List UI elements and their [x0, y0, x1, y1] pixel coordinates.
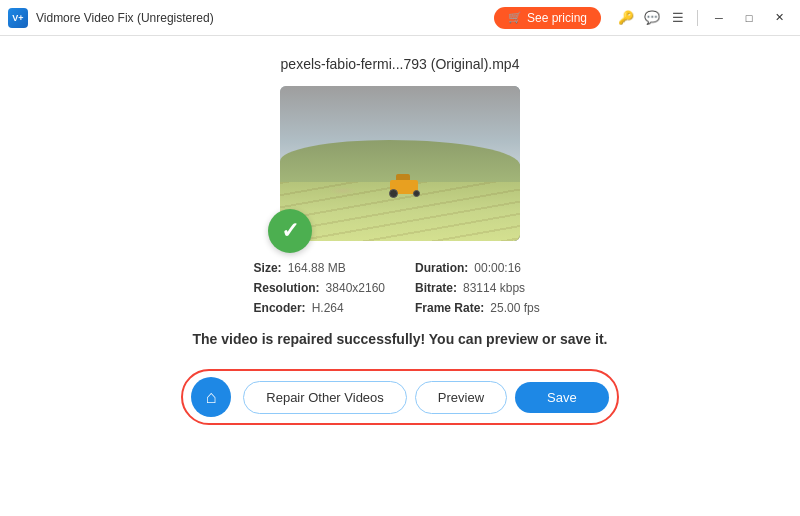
metadata-grid: Size: 164.88 MB Duration: 00:00:16 Resol…	[254, 261, 547, 315]
tractor-wheel-left	[389, 189, 398, 198]
framerate-label: Frame Rate:	[415, 301, 484, 315]
video-thumbnail-container: ✓	[280, 86, 520, 241]
bitrate-label: Bitrate:	[415, 281, 457, 295]
tractor-wheel-right	[413, 190, 420, 197]
encoder-label: Encoder:	[254, 301, 306, 315]
resolution-value: 3840x2160	[326, 281, 385, 295]
video-title: pexels-fabio-fermi...793 (Original).mp4	[281, 56, 520, 72]
duration-label: Duration:	[415, 261, 468, 275]
maximize-button[interactable]: □	[736, 8, 762, 28]
encoder-value: H.264	[312, 301, 344, 315]
see-pricing-button[interactable]: 🛒 See pricing	[494, 7, 601, 29]
bitrate-row: Bitrate: 83114 kbps	[415, 281, 546, 295]
app-title: Vidmore Video Fix (Unregistered)	[36, 11, 214, 25]
main-content: pexels-fabio-fermi...793 (Original).mp4 …	[0, 36, 800, 516]
home-button[interactable]: ⌂	[191, 377, 231, 417]
app-icon: V+	[8, 8, 28, 28]
resolution-label: Resolution:	[254, 281, 320, 295]
size-label: Size:	[254, 261, 282, 275]
resolution-row: Resolution: 3840x2160	[254, 281, 385, 295]
success-badge: ✓	[268, 209, 312, 253]
duration-row: Duration: 00:00:16	[415, 261, 546, 275]
menu-icon-btn[interactable]: ☰	[667, 7, 689, 29]
preview-button[interactable]: Preview	[415, 381, 507, 414]
titlebar-icons: 🔑 💬 ☰ ─ □ ✕	[615, 7, 792, 29]
chat-icon-btn[interactable]: 💬	[641, 7, 663, 29]
encoder-row: Encoder: H.264	[254, 301, 385, 315]
titlebar: V+ Vidmore Video Fix (Unregistered) 🛒 Se…	[0, 0, 800, 36]
tractor	[388, 178, 420, 198]
home-icon: ⌂	[206, 387, 217, 408]
video-thumbnail	[280, 86, 520, 241]
save-button[interactable]: Save	[515, 382, 609, 413]
check-icon: ✓	[281, 218, 299, 244]
bitrate-value: 83114 kbps	[463, 281, 525, 295]
framerate-row: Frame Rate: 25.00 fps	[415, 301, 546, 315]
titlebar-left: V+ Vidmore Video Fix (Unregistered)	[8, 8, 214, 28]
framerate-value: 25.00 fps	[490, 301, 539, 315]
duration-value: 00:00:16	[474, 261, 521, 275]
repair-other-button[interactable]: Repair Other Videos	[243, 381, 407, 414]
size-value: 164.88 MB	[288, 261, 346, 275]
size-row: Size: 164.88 MB	[254, 261, 385, 275]
close-button[interactable]: ✕	[766, 8, 792, 28]
action-row: ⌂ Repair Other Videos Preview Save	[181, 369, 618, 425]
titlebar-divider	[697, 10, 698, 26]
success-message: The video is repaired successfully! You …	[193, 331, 608, 347]
minimize-button[interactable]: ─	[706, 8, 732, 28]
cart-icon: 🛒	[508, 11, 522, 24]
dust-layer	[328, 187, 358, 195]
search-icon-btn[interactable]: 🔑	[615, 7, 637, 29]
titlebar-right: 🛒 See pricing 🔑 💬 ☰ ─ □ ✕	[494, 7, 792, 29]
